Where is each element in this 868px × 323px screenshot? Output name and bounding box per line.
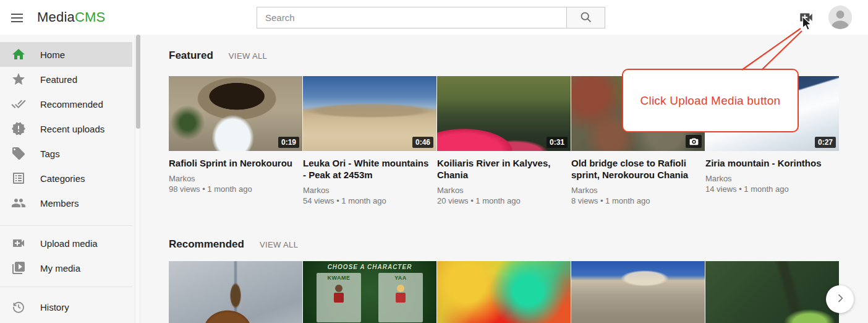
sidebar-item-recommended[interactable]: Recommended — [0, 92, 132, 116]
user-avatar-icon — [828, 20, 852, 29]
user-avatar[interactable] — [828, 6, 852, 29]
video-thumbnail[interactable]: 0:19 — [169, 76, 302, 151]
sidebar-item-label: Featured — [40, 74, 77, 85]
video-author: Markos — [437, 185, 571, 196]
video-title[interactable]: Rafioli Sprint in Nerokourou — [169, 157, 296, 169]
video-title[interactable]: Old bridge close to Rafioli sprint, Nero… — [571, 157, 698, 181]
sidebar-scrollbar-thumb[interactable] — [136, 35, 140, 129]
history-icon — [11, 299, 26, 314]
video-thumbnail[interactable] — [705, 261, 839, 323]
chevron-right-icon — [834, 292, 846, 306]
video-library-icon — [11, 261, 26, 275]
sidebar-item-label: Members — [40, 198, 79, 209]
video-meta: 8 views • 1 month ago — [571, 196, 705, 207]
featured-view-all-link[interactable]: VIEW ALL — [229, 51, 267, 61]
upload-media-button[interactable] — [798, 9, 815, 25]
sidebar-item-label: Recent uploads — [40, 124, 104, 134]
sidebar: Home Featured Recommended Recent uploads… — [0, 35, 141, 323]
thumb-game-heading: CHOOSE A CHARACTER — [303, 264, 436, 270]
tag-icon — [11, 146, 26, 161]
sidebar-group-history: History — [0, 286, 132, 319]
hamburger-icon[interactable] — [9, 10, 26, 25]
categories-icon — [11, 171, 26, 186]
video-meta: 20 views • 1 month ago — [437, 196, 571, 207]
video-title[interactable]: Ziria mountain - Korinthos — [705, 157, 832, 169]
video-thumbnail[interactable]: CHOOSE A CHARACTER KWAME YAA Selected Se… — [303, 261, 436, 323]
video-thumbnail[interactable]: 0:31 — [437, 76, 571, 151]
thumb-game-panel: KWAME — [317, 273, 361, 322]
annotation-arrow — [736, 26, 807, 72]
thumb-game-panel: YAA — [378, 273, 423, 322]
media-card — [169, 261, 302, 323]
media-card: 0:46 Leuka Ori - White mountains - Peak … — [303, 76, 436, 207]
sidebar-item-featured[interactable]: Featured — [0, 67, 132, 92]
sidebar-item-history[interactable]: History — [0, 295, 132, 319]
section-title-recommended: Recommended — [169, 238, 244, 251]
media-card: 0:19 Rafioli Sprint in Nerokourou Markos… — [169, 76, 302, 207]
duration-badge: 0:27 — [815, 137, 836, 148]
logo-media: Media — [37, 9, 75, 25]
video-title[interactable]: Leuka Ori - White mountains - Peak at 24… — [303, 157, 430, 181]
video-thumbnail[interactable] — [169, 261, 302, 323]
video-thumbnail[interactable]: 0:46 — [303, 76, 436, 151]
sidebar-group-media: Upload media My media — [0, 225, 132, 280]
duration-badge: 0:31 — [547, 137, 568, 148]
sidebar-group-main: Home Featured Recommended Recent uploads… — [0, 35, 141, 215]
carousel-next-button[interactable] — [826, 285, 854, 313]
video-meta: 98 views • 1 month ago — [169, 184, 302, 195]
sidebar-scrollbar[interactable] — [135, 35, 140, 323]
video-author: Markos — [705, 173, 839, 184]
sidebar-item-upload-media[interactable]: Upload media — [0, 231, 132, 256]
duration-badge: 0:19 — [278, 137, 299, 148]
search-icon — [579, 11, 592, 25]
sidebar-item-recent-uploads[interactable]: Recent uploads — [0, 116, 132, 141]
section-title-featured: Featured — [169, 50, 213, 62]
recommended-view-all-link[interactable]: VIEW ALL — [260, 240, 298, 249]
media-card — [437, 261, 571, 323]
members-icon — [11, 196, 26, 210]
sidebar-item-home[interactable]: Home — [0, 42, 132, 67]
video-thumbnail[interactable] — [571, 261, 705, 323]
sidebar-item-label: Upload media — [40, 238, 98, 249]
sidebar-item-label: My media — [40, 263, 80, 273]
sidebar-item-label: Recommended — [40, 99, 103, 110]
media-card: CHOOSE A CHARACTER KWAME YAA Selected Se… — [303, 261, 436, 323]
sidebar-item-label: History — [40, 302, 69, 312]
sidebar-item-label: Tags — [40, 149, 60, 159]
app-logo[interactable]: MediaCMS — [37, 9, 105, 26]
recommended-media-row: CHOOSE A CHARACTER KWAME YAA Selected Se… — [169, 261, 868, 323]
duration-badge: 0:46 — [412, 137, 433, 148]
video-meta: 54 views • 1 month ago — [303, 196, 436, 207]
thumb-game-character — [396, 285, 406, 303]
annotation-text: Click Upload Media button — [640, 94, 781, 108]
video-title[interactable]: Koiliaris River in Kalyves, Chania — [437, 157, 564, 181]
sidebar-item-members[interactable]: Members — [0, 191, 132, 215]
video-author: Markos — [303, 185, 436, 196]
video-meta: 14 views • 1 month ago — [705, 184, 839, 195]
thumb-game-character — [334, 285, 344, 303]
video-thumbnail[interactable] — [437, 261, 571, 323]
search-form — [257, 7, 605, 28]
search-button[interactable] — [566, 7, 605, 28]
sidebar-item-categories[interactable]: Categories — [0, 166, 132, 191]
thumb-game-character-name: KWAME — [317, 275, 361, 281]
recommended-section-header: Recommended VIEW ALL — [169, 238, 868, 251]
sidebar-item-label: Categories — [40, 173, 85, 184]
video-author: Markos — [169, 173, 302, 184]
home-icon — [11, 47, 26, 62]
thumb-game-character-name: YAA — [378, 275, 423, 281]
sidebar-item-label: Home — [40, 50, 65, 60]
sidebar-item-my-media[interactable]: My media — [0, 256, 132, 280]
star-icon — [11, 72, 26, 87]
sidebar-item-tags[interactable]: Tags — [0, 141, 132, 166]
video-plus-icon — [11, 236, 26, 251]
new-releases-icon — [11, 121, 26, 136]
done-all-icon — [11, 97, 26, 111]
media-card: 0:31 Koiliaris River in Kalyves, Chania … — [437, 76, 571, 207]
media-card — [705, 261, 839, 323]
media-card — [571, 261, 705, 323]
annotation-callout: Click Upload Media button — [622, 69, 799, 132]
logo-cms: CMS — [75, 9, 106, 25]
search-input[interactable] — [257, 7, 567, 28]
video-author: Markos — [571, 185, 705, 196]
